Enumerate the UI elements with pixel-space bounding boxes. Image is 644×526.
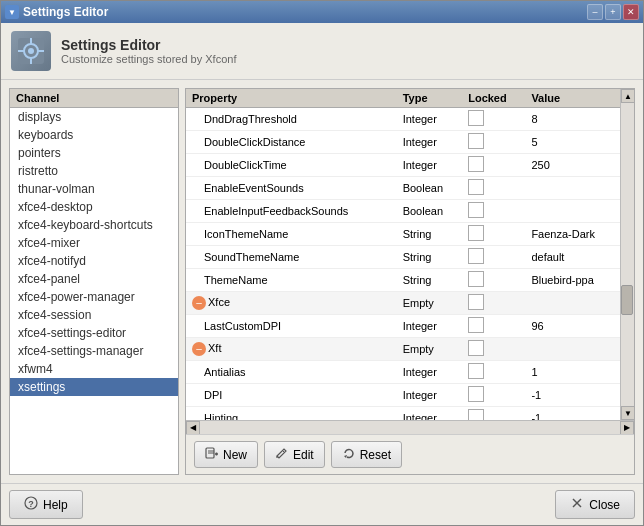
locked-cell [462,269,525,292]
table-header-row: Property Type Locked Value [186,89,620,108]
collapse-icon[interactable]: – [192,342,206,356]
value-cell [525,338,620,361]
value-cell [525,200,620,223]
value-cell [525,292,620,315]
close-icon [570,496,584,513]
property-cell: Hinting [186,407,397,421]
locked-checkbox[interactable] [468,110,484,126]
table-row[interactable]: IconThemeName String Faenza-Dark [186,223,620,246]
svg-point-2 [28,48,34,54]
locked-checkbox[interactable] [468,409,484,420]
settings-editor-window: ▼ Settings Editor – + ✕ Settings Editor … [0,0,644,526]
horizontal-scrollbar[interactable]: ◀ ▶ [186,420,634,434]
vertical-scrollbar[interactable]: ▲ ▼ [620,89,634,420]
sidebar-item-thunar-volman[interactable]: thunar-volman [10,180,178,198]
locked-cell [462,315,525,338]
table-row[interactable]: LastCustomDPI Integer 96 [186,315,620,338]
scroll-right-arrow[interactable]: ▶ [620,421,634,435]
scroll-left-arrow[interactable]: ◀ [186,421,200,435]
table-row[interactable]: DndDragThreshold Integer 8 [186,108,620,131]
property-cell: DoubleClickDistance [186,131,397,154]
type-cell: Integer [397,154,463,177]
table-row[interactable]: DoubleClickTime Integer 250 [186,154,620,177]
locked-checkbox[interactable] [468,386,484,402]
property-cell: DndDragThreshold [186,108,397,131]
app-icon: ▼ [5,5,19,19]
sidebar-item-xfce4-desktop[interactable]: xfce4-desktop [10,198,178,216]
locked-checkbox[interactable] [468,363,484,379]
table-row[interactable]: Antialias Integer 1 [186,361,620,384]
locked-checkbox[interactable] [468,317,484,333]
locked-checkbox[interactable] [468,248,484,264]
value-cell: 5 [525,131,620,154]
table-row[interactable]: SoundThemeName String default [186,246,620,269]
sidebar-item-xfce4-notifyd[interactable]: xfce4-notifyd [10,252,178,270]
value-cell: -1 [525,384,620,407]
table-with-scrollbar: Property Type Locked Value DndDragThresh… [186,89,634,420]
reset-button[interactable]: Reset [331,441,402,468]
table-row[interactable]: Hinting Integer -1 [186,407,620,421]
locked-checkbox[interactable] [468,294,484,310]
table-row[interactable]: EnableEventSounds Boolean [186,177,620,200]
maximize-button[interactable]: + [605,4,621,20]
locked-checkbox[interactable] [468,271,484,287]
table-row[interactable]: ThemeName String Bluebird-ppa [186,269,620,292]
help-label: Help [43,498,68,512]
collapse-icon[interactable]: – [192,296,206,310]
sidebar-item-xsettings[interactable]: xsettings [10,378,178,396]
locked-cell [462,223,525,246]
help-button[interactable]: ? Help [9,490,83,519]
type-cell: Boolean [397,177,463,200]
new-label: New [223,448,247,462]
scroll-up-arrow[interactable]: ▲ [621,89,634,103]
window-close-button[interactable]: ✕ [623,4,639,20]
sidebar-item-xfce4-power-manager[interactable]: xfce4-power-manager [10,288,178,306]
svg-marker-14 [344,455,347,458]
sidebar-item-xfce4-settings-editor[interactable]: xfce4-settings-editor [10,324,178,342]
sidebar-item-pointers[interactable]: pointers [10,144,178,162]
locked-checkbox[interactable] [468,340,484,356]
table-row-group[interactable]: –Xft Empty [186,338,620,361]
sidebar-item-displays[interactable]: displays [10,108,178,126]
property-cell: LastCustomDPI [186,315,397,338]
property-table: Property Type Locked Value DndDragThresh… [186,89,620,420]
type-cell: String [397,246,463,269]
channel-sidebar[interactable]: Channel displays keyboards pointers rist… [9,88,179,475]
value-cell: Faenza-Dark [525,223,620,246]
sidebar-item-xfce4-session[interactable]: xfce4-session [10,306,178,324]
locked-cell [462,292,525,315]
locked-checkbox[interactable] [468,156,484,172]
table-row[interactable]: DoubleClickDistance Integer 5 [186,131,620,154]
scroll-down-arrow[interactable]: ▼ [621,406,634,420]
edit-button[interactable]: Edit [264,441,325,468]
table-row[interactable]: DPI Integer -1 [186,384,620,407]
locked-checkbox[interactable] [468,179,484,195]
sidebar-item-ristretto[interactable]: ristretto [10,162,178,180]
locked-checkbox[interactable] [468,225,484,241]
type-cell: Integer [397,407,463,421]
locked-checkbox[interactable] [468,133,484,149]
scroll-track[interactable] [621,103,634,406]
minimize-button[interactable]: – [587,4,603,20]
new-button[interactable]: New [194,441,258,468]
scroll-track-h[interactable] [200,422,620,434]
main-panel: Property Type Locked Value DndDragThresh… [185,88,635,475]
sidebar-item-xfce4-settings-manager[interactable]: xfce4-settings-manager [10,342,178,360]
sidebar-item-xfce4-keyboard-shortcuts[interactable]: xfce4-keyboard-shortcuts [10,216,178,234]
sidebar-item-keyboards[interactable]: keyboards [10,126,178,144]
sidebar-item-xfce4-mixer[interactable]: xfce4-mixer [10,234,178,252]
col-property: Property [186,89,397,108]
property-table-container[interactable]: Property Type Locked Value DndDragThresh… [186,89,620,420]
locked-checkbox[interactable] [468,202,484,218]
window-controls: – + ✕ [587,4,639,20]
table-row-group[interactable]: –Xfce Empty [186,292,620,315]
sidebar-item-xfce4-panel[interactable]: xfce4-panel [10,270,178,288]
scroll-thumb[interactable] [621,285,633,315]
property-cell: EnableInputFeedbackSounds [186,200,397,223]
close-button[interactable]: Close [555,490,635,519]
locked-cell [462,338,525,361]
table-row[interactable]: EnableInputFeedbackSounds Boolean [186,200,620,223]
value-cell [525,177,620,200]
type-cell: Integer [397,108,463,131]
sidebar-item-xfwm4[interactable]: xfwm4 [10,360,178,378]
